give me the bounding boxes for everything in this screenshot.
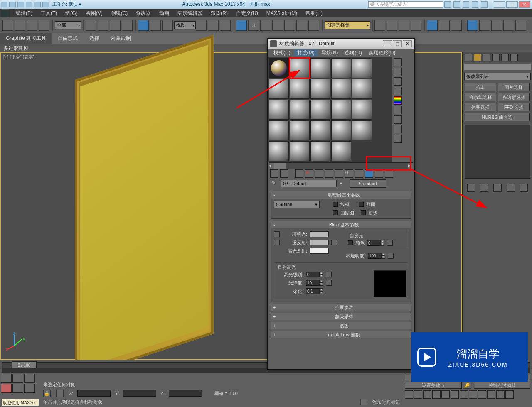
render-setup-icon[interactable] xyxy=(467,20,478,31)
rollout-supersample[interactable]: +超级采样 xyxy=(271,313,411,320)
nav-fov-icon[interactable] xyxy=(478,390,486,399)
ribbon-tab-graphite[interactable]: Graphite 建模工具 xyxy=(0,33,52,44)
subscription-icon[interactable] xyxy=(453,1,460,8)
keyfilter-button[interactable]: 关键点过滤器 xyxy=(474,382,531,389)
ambient-color-swatch[interactable] xyxy=(310,231,329,237)
curve-editor-icon[interactable] xyxy=(427,20,438,31)
material-slot-3[interactable] xyxy=(310,58,330,78)
material-slot-20[interactable] xyxy=(352,120,372,140)
spec-level-spinner[interactable]: 0▲▼ xyxy=(306,272,323,277)
material-slot-22[interactable] xyxy=(290,141,310,161)
material-slot-14[interactable] xyxy=(331,100,351,120)
gloss-map-button[interactable] xyxy=(326,280,332,286)
material-editor-titlebar[interactable]: 材质编辑器 - 02 - Default — ▢ ✕ xyxy=(268,39,414,49)
mateditor-maximize-button[interactable]: ▢ xyxy=(393,40,402,47)
material-slot-10[interactable] xyxy=(352,79,372,99)
teapot-icon[interactable] xyxy=(503,20,514,31)
ribbon-tab-freeform[interactable]: 自由形式 xyxy=(52,33,84,44)
selection-filter-combo[interactable]: 全部▾ xyxy=(55,21,81,29)
select-rotate-icon[interactable] xyxy=(150,20,161,31)
stack-pin-icon[interactable] xyxy=(467,184,475,192)
mat-map-nav-icon[interactable] xyxy=(394,135,402,143)
ref-coord-combo[interactable]: 视图▾ xyxy=(174,21,196,29)
menu-views[interactable]: 视图(V) xyxy=(82,10,107,17)
select-region-icon[interactable] xyxy=(110,20,121,31)
selfillum-spinner[interactable]: 0▲▼ xyxy=(367,240,384,246)
qat-undo-icon[interactable] xyxy=(26,2,32,7)
mateditor-close-button[interactable]: ✕ xyxy=(403,40,412,47)
material-slot-9[interactable] xyxy=(331,79,351,99)
menu-maxscript[interactable]: MAXScript(M) xyxy=(262,10,302,16)
favorite-icon[interactable] xyxy=(472,1,478,8)
diffuse-lock-icon[interactable] xyxy=(274,240,280,245)
material-slot-12[interactable] xyxy=(290,100,310,120)
unlink-icon[interactable] xyxy=(39,20,49,31)
pick-material-icon[interactable]: ✎ xyxy=(272,180,278,187)
window-minimize-button[interactable]: — xyxy=(494,1,505,8)
snap-a-icon[interactable] xyxy=(284,20,295,31)
matmenu-mode[interactable]: 模式(D) xyxy=(270,49,294,56)
snap-3d-icon[interactable] xyxy=(236,20,247,31)
mod-btn-5[interactable]: FFD 选择 xyxy=(498,103,530,111)
sample-uv-icon[interactable] xyxy=(394,87,402,95)
matmenu-material[interactable]: 材质(M) xyxy=(294,49,318,56)
cmdpanel-create-icon[interactable] xyxy=(465,54,472,61)
backlight-icon[interactable] xyxy=(394,68,402,76)
select-object-icon[interactable] xyxy=(86,20,96,31)
material-type-button[interactable]: Standard xyxy=(350,179,386,188)
window-maximize-button[interactable]: ▢ xyxy=(506,1,518,8)
play-next-icon[interactable] xyxy=(432,390,441,399)
modifier-list-combo[interactable]: 修改器列表▾ xyxy=(464,73,531,80)
window-close-button[interactable]: ✕ xyxy=(519,1,530,8)
mod-btn-3[interactable]: 多边形选择 xyxy=(498,93,530,101)
sb-icon-2[interactable] xyxy=(12,374,23,383)
qat-link-icon[interactable] xyxy=(42,2,49,7)
stack-remove-icon[interactable] xyxy=(507,184,515,192)
opacity-map-button[interactable] xyxy=(388,253,394,259)
material-editor-icon[interactable] xyxy=(451,20,462,31)
material-slot-15[interactable] xyxy=(352,100,372,120)
modifier-stack[interactable] xyxy=(465,125,530,179)
infocenter-search[interactable]: 键入关键字或短语 xyxy=(368,1,443,8)
mod-btn-4[interactable]: 体积选择 xyxy=(465,103,496,111)
menu-customize[interactable]: 自定义(U) xyxy=(232,10,262,17)
graphite-icon[interactable] xyxy=(411,20,421,31)
specular-color-swatch[interactable] xyxy=(310,248,329,254)
sb-icon-5[interactable] xyxy=(12,384,23,393)
select-scale-icon[interactable] xyxy=(162,20,173,31)
cmdpanel-hierarchy-icon[interactable] xyxy=(483,54,490,61)
material-slot-17[interactable] xyxy=(290,120,310,140)
video-color-icon[interactable] xyxy=(394,96,402,105)
put-to-scene-icon[interactable] xyxy=(280,169,288,178)
key-icon[interactable]: 🔑 xyxy=(463,382,471,389)
snap-c-icon[interactable] xyxy=(308,20,319,31)
soften-spinner[interactable]: 0.1▲▼ xyxy=(306,288,323,294)
facemap-checkbox[interactable] xyxy=(333,210,338,215)
shader-type-combo[interactable]: (B)Blinn▾ xyxy=(274,201,320,208)
play-prev-icon[interactable] xyxy=(414,390,422,399)
show-in-vp-icon[interactable] xyxy=(355,169,363,178)
mirror-icon[interactable] xyxy=(374,20,385,31)
material-slot-2[interactable] xyxy=(290,58,310,78)
nav-zoomall-icon[interactable] xyxy=(487,390,495,399)
app-menu-icon[interactable] xyxy=(1,9,10,17)
go-sibling-icon[interactable] xyxy=(385,169,393,178)
diffuse-color-swatch[interactable] xyxy=(310,240,329,245)
ambient-lock-icon[interactable] xyxy=(274,231,280,237)
nav-orbit-icon[interactable] xyxy=(496,390,505,399)
rollout-toggle[interactable]: - xyxy=(271,222,277,227)
cmdpanel-utilities-icon[interactable] xyxy=(510,54,518,61)
material-slot-19[interactable] xyxy=(331,120,351,140)
ribbon-panel-label[interactable]: 多边形建模 xyxy=(0,44,532,52)
material-slot-7[interactable] xyxy=(290,79,310,99)
material-slot-21[interactable] xyxy=(269,141,289,161)
material-slot-8[interactable] xyxy=(310,79,330,99)
play-icon[interactable] xyxy=(423,390,431,399)
options-icon[interactable] xyxy=(394,115,402,124)
matmenu-options[interactable]: 选项(O) xyxy=(341,49,365,56)
exchange-icon[interactable] xyxy=(463,1,469,8)
menu-rendering[interactable]: 渲染(R) xyxy=(207,10,232,17)
put-to-lib-icon[interactable] xyxy=(335,169,343,178)
snap-b-icon[interactable] xyxy=(296,20,307,31)
coord-z-field[interactable] xyxy=(169,390,202,397)
